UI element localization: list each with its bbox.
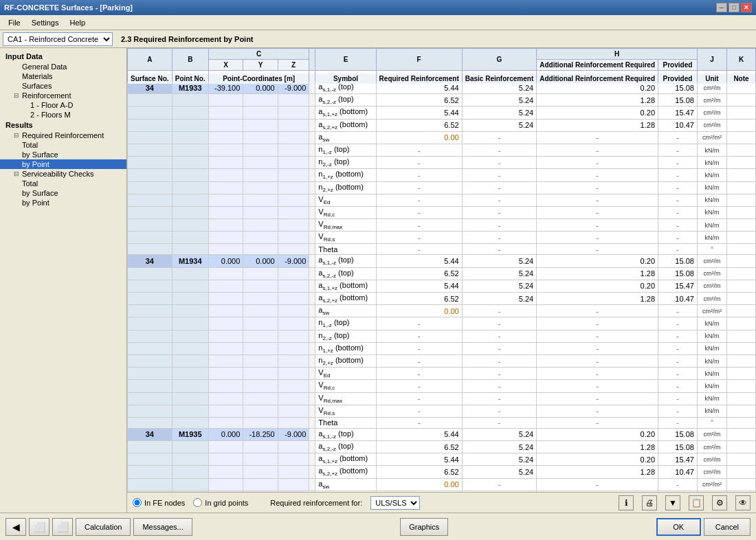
info-button[interactable]: ℹ	[619, 495, 634, 510]
note-cell	[727, 255, 756, 267]
surface-no-cell: 34	[128, 428, 173, 440]
surface-no-cell	[128, 181, 173, 194]
add-required-cell: -	[537, 144, 658, 156]
coord-x-cell	[208, 106, 243, 119]
menu-settings[interactable]: Settings	[26, 17, 65, 28]
settings-button[interactable]: ⚙	[712, 495, 727, 510]
messages-button[interactable]: Messages...	[133, 518, 192, 536]
point-no-cell	[172, 144, 208, 156]
symbol-cell: VEd	[315, 194, 376, 206]
point-no-cell	[172, 206, 208, 218]
col-header-a: A	[128, 49, 173, 71]
sidebar-item-total-1[interactable]: Total	[0, 140, 126, 150]
view-button[interactable]: 👁	[735, 495, 751, 510]
cancel-button[interactable]: Cancel	[704, 518, 751, 536]
unit-cell: cm²/m	[697, 428, 726, 440]
nav-back-button[interactable]: ◀	[5, 518, 26, 536]
sidebar-item-serviceability[interactable]: ⊟ Serviceability Checks	[0, 169, 126, 179]
coord-z-cell	[278, 392, 309, 405]
menu-file[interactable]: File	[3, 17, 26, 28]
coord-z-cell	[278, 157, 309, 169]
radio-fe-nodes[interactable]	[133, 498, 142, 507]
nav-forward-button[interactable]: ⬜	[29, 518, 49, 536]
note-cell	[727, 441, 756, 453]
menu-help[interactable]: Help	[64, 17, 91, 28]
sidebar-item-reinforcement[interactable]: ⊟ Reinforcement	[0, 91, 126, 100]
sidebar-item-materials[interactable]: Materials	[0, 71, 126, 81]
sidebar-item-by-surface-1[interactable]: by Surface	[0, 150, 126, 159]
surface-no-cell	[128, 330, 173, 342]
case-dropdown[interactable]: CA1 - Reinforced Concrete Des	[3, 32, 113, 46]
sidebar-item-floor-ad[interactable]: 1 - Floor A-D	[0, 100, 126, 110]
fe-nodes-label[interactable]: In FE nodes	[144, 499, 185, 507]
sidebar-item-by-surface-2[interactable]: by Surface	[0, 188, 126, 198]
calculation-button[interactable]: Calculation	[76, 518, 131, 536]
col-d-cell	[309, 280, 315, 292]
ok-button[interactable]: OK	[656, 518, 701, 536]
basic-cell: 5.24	[462, 106, 536, 119]
sidebar-item-required-reinforcement[interactable]: ⊟ Required Reinforcement	[0, 131, 126, 140]
point-no-cell: M1934	[172, 255, 208, 267]
grid-points-label[interactable]: In grid points	[205, 499, 248, 507]
coord-z-cell	[278, 466, 309, 478]
col-d-cell	[309, 405, 315, 417]
sidebar-item-label: by Point	[19, 199, 49, 207]
coord-z-cell	[278, 119, 309, 131]
sidebar-item-by-point-2[interactable]: by Point	[0, 198, 126, 207]
note-cell	[727, 305, 756, 317]
add-required-cell: 0.20	[537, 106, 658, 119]
add-required-cell: -	[537, 405, 658, 417]
add-required-cell: -	[537, 244, 658, 255]
table-row: VRd,s----kN/m	[128, 232, 756, 244]
basic-cell: -	[462, 417, 536, 428]
point-no-cell	[172, 441, 208, 453]
point-no-cell	[172, 169, 208, 181]
note-cell	[727, 194, 756, 206]
basic-cell: 5.24	[462, 428, 536, 440]
minimize-button[interactable]: ─	[716, 3, 727, 12]
provided-cell: -	[658, 181, 698, 194]
table-row: VRd,s----kN/m	[128, 405, 756, 417]
sidebar-item-total-2[interactable]: Total	[0, 179, 126, 188]
surface-no-cell	[128, 317, 173, 330]
table-row: n2,+z (bottom)----kN/m	[128, 181, 756, 194]
surface-no-cell	[128, 355, 173, 367]
symbol-cell: asw	[315, 478, 376, 491]
basic-cell: 5.24	[462, 267, 536, 280]
close-button[interactable]: ✕	[741, 3, 752, 12]
uls-dropdown[interactable]: ULS/SLS	[370, 496, 420, 510]
nav-home-button[interactable]: ⬜	[52, 518, 73, 536]
coord-y-cell	[243, 441, 278, 453]
provided-cell: -	[658, 491, 698, 492]
filter-button[interactable]: ▼	[665, 495, 680, 510]
basic-cell: 5.24	[462, 441, 536, 453]
maximize-button[interactable]: □	[729, 3, 740, 12]
sidebar-item-surfaces[interactable]: Surfaces	[0, 81, 126, 91]
sidebar-item-by-point-1[interactable]: by Point	[0, 159, 126, 169]
unit-cell: kN/m	[697, 405, 726, 417]
col-d-cell	[309, 219, 315, 232]
data-panel: A B C E F G H J K X	[127, 48, 756, 513]
basic-cell: -	[462, 206, 536, 218]
grid-container[interactable]: A B C E F G H J K X	[127, 48, 756, 492]
table-row: n2,+z (bottom)----kN/m	[128, 355, 756, 367]
add-required-cell: 0.20	[537, 428, 658, 440]
coord-x-cell	[208, 267, 243, 280]
print-button[interactable]: 🖨	[642, 495, 657, 510]
title-bar-controls: ─ □ ✕	[716, 3, 752, 12]
point-no-cell	[172, 380, 208, 392]
basic-cell: -	[462, 305, 536, 317]
sidebar-item-floors-m[interactable]: 2 - Floors M	[0, 110, 126, 120]
unit-cell: kN/m	[697, 219, 726, 232]
radio-grid-points[interactable]	[193, 498, 202, 507]
provided-cell: -	[658, 169, 698, 181]
sidebar-item-general-data[interactable]: General Data	[0, 62, 126, 71]
add-required-cell: -	[537, 491, 658, 492]
col-d-cell	[309, 368, 315, 380]
provided-cell: -	[658, 478, 698, 491]
coord-z-cell	[278, 181, 309, 194]
graphics-button[interactable]: Graphics	[400, 518, 448, 536]
table-row: as,2,-z (top)6.525.241.2815.08cm²/m	[128, 94, 756, 106]
provided-cell: -	[658, 317, 698, 330]
export-button[interactable]: 📋	[689, 495, 704, 510]
